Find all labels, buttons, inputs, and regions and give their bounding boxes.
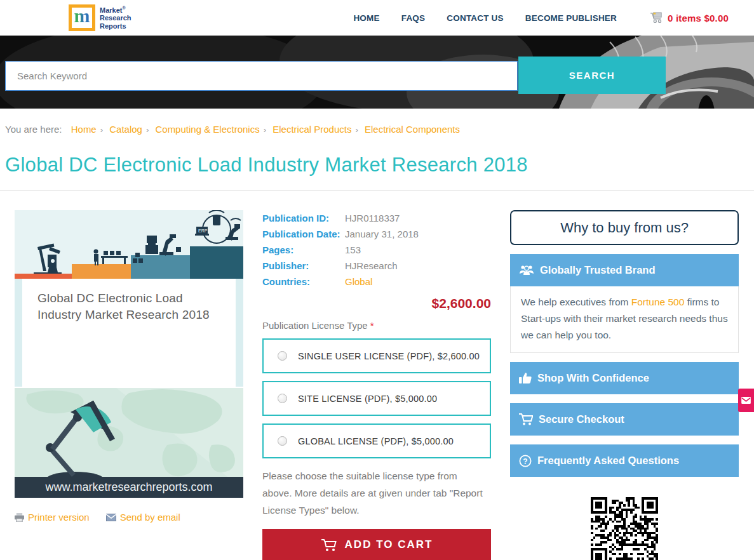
main-nav: HOME FAQS CONTACT US BECOME PUBLISHER 0 … <box>353 12 729 23</box>
title-divider <box>0 190 754 191</box>
industry-illustration: ERP <box>15 210 243 279</box>
page-title: Global DC Electronic Load Industry Marke… <box>5 154 754 177</box>
cart-icon <box>650 12 664 23</box>
registered-mark: ® <box>122 6 125 10</box>
license-option-single-user[interactable]: SINGLE USER LICENSE (PDF), $2,600.00 <box>262 338 491 373</box>
nav-home[interactable]: HOME <box>353 13 379 23</box>
add-to-cart-button[interactable]: ADD TO CART <box>262 529 491 560</box>
why-buy-heading: Why to buy from us? <box>510 210 739 245</box>
product-cover-image: ERP Global DC Electronic Load Industry M… <box>15 210 243 498</box>
header: m Market® Research Reports HOME FAQS CON… <box>0 0 754 36</box>
banner-secure-checkout[interactable]: Secure Checkout <box>510 403 739 436</box>
cover-website-text: www.marketresearchreports.com <box>44 481 212 493</box>
nav-faqs[interactable]: FAQS <box>401 13 426 23</box>
detail-row-publisher: Publisher: HJResearch <box>262 258 491 274</box>
question-icon: ? <box>519 455 532 467</box>
search-input[interactable] <box>5 61 518 91</box>
search-button[interactable]: SEARCH <box>518 57 666 94</box>
logo[interactable]: m Market® Research Reports <box>69 4 131 31</box>
breadcrumb: You are here: Home› Catalog› Computing &… <box>5 124 754 135</box>
detail-row-publication-date: Publication Date: January 31, 2018 <box>262 226 491 242</box>
qr-code <box>591 497 658 560</box>
detail-row-countries: Countries: Global <box>262 274 491 290</box>
license-type-label: Publication License Type * <box>262 320 491 331</box>
email-icon <box>106 514 116 521</box>
users-icon <box>519 265 534 276</box>
banner-faq[interactable]: ? Frequently Asked Questions <box>510 444 739 477</box>
breadcrumb-home[interactable]: Home <box>71 124 97 135</box>
banner-shop-with-confidence[interactable]: Shop With Confidence <box>510 362 739 394</box>
nav-become-publisher[interactable]: BECOME PUBLISHER <box>525 13 617 23</box>
printer-version-link[interactable]: Printer version <box>15 512 90 523</box>
breadcrumb-prefix: You are here: <box>5 124 62 135</box>
trusted-brand-text: We help executives from Fortune 500 firm… <box>510 286 739 353</box>
content-columns: ERP Global DC Electronic Load Industry M… <box>15 210 739 560</box>
logo-text: Market® Research Reports <box>100 6 131 30</box>
countries-global-link[interactable]: Global <box>345 276 372 287</box>
breadcrumb-electrical-products[interactable]: Electrical Products <box>273 124 351 135</box>
license-option-global[interactable]: GLOBAL LICENSE (PDF), $5,000.00 <box>262 423 491 458</box>
send-by-email-link[interactable]: Send by email <box>106 512 180 523</box>
printer-icon <box>15 513 24 522</box>
breadcrumb-catalog[interactable]: Catalog <box>109 124 142 135</box>
cover-title-band: Global DC Electronic Load Industry Marke… <box>15 279 243 387</box>
radio-site[interactable] <box>278 394 287 403</box>
mail-tab-envelope-icon <box>741 397 751 404</box>
thumbs-up-icon <box>519 372 532 384</box>
breadcrumb-electrical-components[interactable]: Electrical Components <box>365 124 460 135</box>
detail-row-publication-id: Publication ID: HJR0118337 <box>262 210 491 226</box>
license-note: Please choose the suitable license type … <box>262 467 488 519</box>
license-option-site[interactable]: SITE LICENSE (PDF), $5,000.00 <box>262 381 491 416</box>
radio-single-user[interactable] <box>278 351 287 361</box>
detail-row-pages: Pages: 153 <box>262 242 491 258</box>
product-details-column: Publication ID: HJR0118337 Publication D… <box>262 210 491 560</box>
breadcrumb-computing-electronics[interactable]: Computing & Electronics <box>155 124 259 135</box>
logo-monogram-box: m <box>69 4 95 31</box>
radio-global[interactable] <box>278 436 287 446</box>
svg-text:ERP: ERP <box>198 229 208 233</box>
logo-m: m <box>74 6 90 25</box>
cover-title: Global DC Electronic Load Industry Marke… <box>37 290 227 323</box>
sidebar-column: Why to buy from us? Globally Trusted Bra… <box>510 210 739 560</box>
fortune-500-link[interactable]: Fortune 500 <box>631 297 685 307</box>
secure-cart-icon <box>519 413 533 425</box>
newsletter-mail-tab[interactable] <box>738 389 754 412</box>
price: $2,600.00 <box>262 296 491 311</box>
page: m Market® Research Reports HOME FAQS CON… <box>0 0 754 560</box>
header-cart-link[interactable]: 0 items $0.00 <box>650 12 729 23</box>
lamp-map-illustration: www.marketresearchreports.com <box>15 388 243 498</box>
svg-text:?: ? <box>523 457 527 465</box>
product-actions: Printer version Send by email <box>15 512 243 523</box>
hero-banner: SEARCH <box>0 36 754 109</box>
product-image-column: ERP Global DC Electronic Load Industry M… <box>15 210 243 560</box>
required-asterisk: * <box>370 320 374 331</box>
cart-total: 0 items $0.00 <box>668 13 729 23</box>
banner-globally-trusted[interactable]: Globally Trusted Brand <box>510 254 739 286</box>
add-to-cart-icon <box>321 538 337 552</box>
nav-contact-us[interactable]: CONTACT US <box>447 13 504 23</box>
